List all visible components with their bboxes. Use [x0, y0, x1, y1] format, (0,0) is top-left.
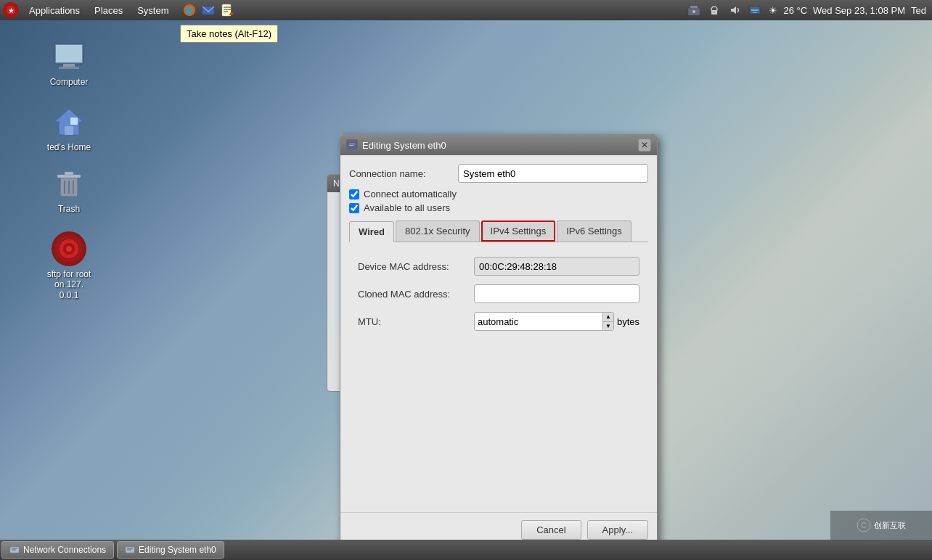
svg-rect-15 — [56, 45, 82, 62]
network-connections-icon — [9, 545, 20, 555]
mtu-down-button[interactable]: ▼ — [603, 322, 613, 331]
system-menu[interactable]: System — [130, 0, 176, 20]
svg-rect-17 — [59, 67, 79, 69]
quick-launch — [181, 2, 235, 18]
svg-rect-19 — [70, 118, 78, 125]
device-mac-label: Device MAC address: — [358, 261, 474, 272]
svg-text:★: ★ — [8, 7, 15, 15]
svg-point-7 — [692, 10, 695, 13]
desktop-icon-trash[interactable]: Trash — [40, 163, 98, 217]
network-status-icon[interactable] — [747, 2, 763, 18]
mtu-value: automatic — [478, 316, 518, 327]
tray-icons — [686, 2, 763, 18]
home-icon — [52, 104, 86, 139]
svg-point-10 — [714, 12, 715, 13]
connect-auto-row: Connect automatically — [349, 189, 648, 199]
svg-rect-12 — [751, 9, 759, 11]
svg-rect-21 — [57, 175, 81, 178]
trash-icon-label: Trash — [58, 204, 80, 214]
tooltip: Take notes (Alt-F12) — [180, 25, 278, 43]
home-icon-label: ted's Home — [47, 142, 91, 152]
available-users-row: Available to all users — [349, 202, 648, 213]
username-label: Ted — [911, 5, 926, 16]
temperature-label: 26 °C — [783, 5, 807, 16]
editor-icon[interactable] — [219, 2, 235, 18]
apply-button[interactable]: Apply... — [587, 520, 648, 540]
device-mac-row: Device MAC address: — [358, 257, 639, 276]
watermark: C 创新互联 — [830, 511, 932, 540]
computer-icon — [52, 39, 86, 74]
svg-rect-31 — [349, 145, 353, 146]
svg-rect-22 — [65, 172, 73, 175]
available-users-checkbox[interactable] — [349, 203, 359, 213]
connection-name-row: Connection name: — [349, 164, 648, 183]
mtu-up-button[interactable]: ▲ — [603, 313, 613, 322]
taskbar-bottom: Network Connections Editing System eth0 — [0, 540, 932, 560]
tab-ipv6[interactable]: IPv6 Settings — [557, 221, 631, 242]
wired-tab-content: Device MAC address: Cloned MAC address: … — [349, 242, 648, 503]
network-connections-label: Network Connections — [23, 545, 106, 555]
firefox-icon[interactable] — [181, 2, 197, 18]
tabs-container: Wired 802.1x Security IPv4 Settings IPv6… — [349, 221, 648, 242]
volume-tray-icon[interactable] — [727, 2, 743, 18]
dialog-title: Editing System eth0 — [362, 140, 446, 151]
available-users-label: Available to all users — [364, 202, 450, 213]
dialog-titlebar: Editing System eth0 ✕ — [340, 135, 657, 155]
cloned-mac-input[interactable] — [474, 284, 639, 303]
app-logo: ★ — [3, 2, 19, 18]
svg-text:C: C — [861, 522, 866, 530]
mail-icon[interactable] — [200, 2, 216, 18]
svg-rect-5 — [222, 4, 231, 16]
mtu-row: MTU: automatic ▲ ▼ bytes — [358, 312, 639, 331]
desktop-icon-computer[interactable]: Computer — [40, 36, 98, 90]
dialog-icon — [346, 139, 358, 151]
applications-menu[interactable]: Applications — [22, 0, 87, 20]
tab-802-1x[interactable]: 802.1x Security — [396, 221, 480, 242]
svg-rect-13 — [753, 12, 757, 13]
svg-point-28 — [66, 246, 72, 252]
dialog-close-button[interactable]: ✕ — [638, 139, 651, 152]
mtu-unit-label: bytes — [617, 316, 639, 327]
sftp-icon-label: sftp for root on 127. 0.0.1 — [43, 269, 95, 300]
trash-icon — [52, 166, 86, 201]
desktop-icon-sftp[interactable]: sftp for root on 127. 0.0.1 — [40, 228, 98, 303]
tab-ipv4[interactable]: IPv4 Settings — [481, 221, 556, 242]
svg-rect-30 — [349, 144, 355, 144]
taskbar-top: ★ Applications Places System — [0, 0, 932, 20]
cancel-button[interactable]: Cancel — [521, 520, 581, 540]
taskbar-editing-eth0[interactable]: Editing System eth0 — [117, 541, 224, 559]
device-mac-input[interactable] — [474, 257, 639, 276]
connection-name-input[interactable] — [458, 164, 648, 183]
computer-icon-label: Computer — [50, 77, 89, 87]
cloned-mac-label: Cloned MAC address: — [358, 289, 474, 300]
editing-eth0-icon — [125, 545, 135, 555]
network-tray-icon[interactable] — [686, 2, 702, 18]
connection-name-label: Connection name: — [349, 168, 458, 179]
svg-rect-16 — [63, 64, 75, 67]
taskbar-network-connections[interactable]: Network Connections — [1, 541, 114, 559]
places-menu[interactable]: Places — [87, 0, 130, 20]
datetime-label: Wed Sep 23, 1:08 PM — [813, 5, 905, 16]
system-tray: ☀ 26 °C Wed Sep 23, 1:08 PM Ted — [686, 2, 932, 18]
editing-eth0-label: Editing System eth0 — [139, 545, 216, 555]
connect-auto-checkbox[interactable] — [349, 189, 359, 199]
cloned-mac-row: Cloned MAC address: — [358, 284, 639, 303]
dialog-body: Connection name: Connect automatically A… — [340, 155, 657, 512]
titlebar-left: Editing System eth0 — [346, 139, 446, 151]
svg-rect-18 — [65, 126, 73, 135]
tab-wired[interactable]: Wired — [349, 221, 394, 242]
lock-tray-icon[interactable] — [706, 2, 722, 18]
mtu-label: MTU: — [358, 316, 474, 327]
watermark-text: 创新互联 — [874, 520, 906, 531]
weather-icon: ☀ — [769, 5, 777, 16]
editing-dialog: Editing System eth0 ✕ Connection name: C… — [340, 134, 658, 548]
menu-bar: ★ Applications Places System — [0, 0, 235, 20]
sftp-icon — [52, 231, 86, 266]
desktop-icon-teds-home[interactable]: ted's Home — [40, 102, 98, 155]
connect-auto-label: Connect automatically — [364, 189, 457, 199]
